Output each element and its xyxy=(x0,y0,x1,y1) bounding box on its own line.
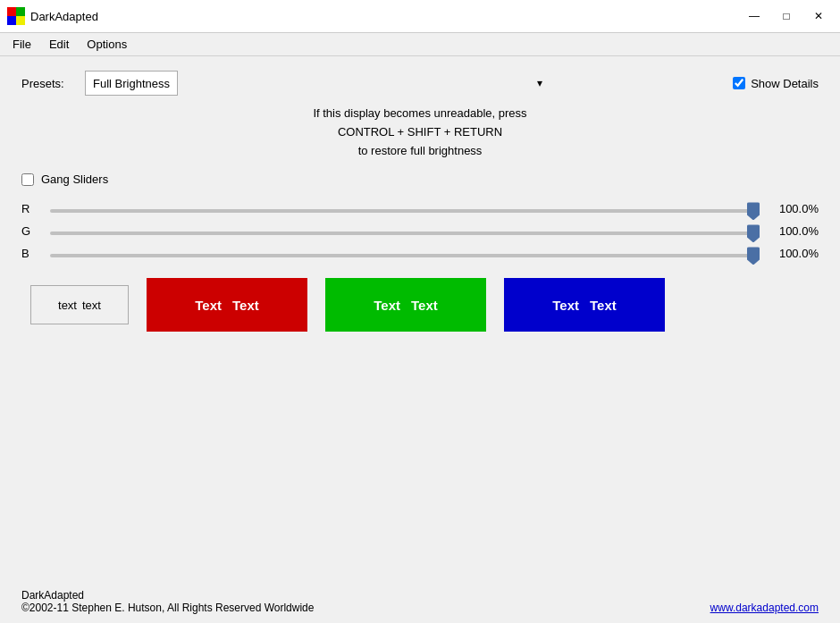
footer: DarkAdapted ©2002-11 Stephen E. Hutson, … xyxy=(0,585,840,623)
show-details-checkbox[interactable] xyxy=(733,77,745,89)
slider-input-r[interactable] xyxy=(50,209,760,213)
slider-wrapper-b xyxy=(50,247,760,260)
slider-label-b: B xyxy=(21,247,39,260)
presets-select-wrapper: Full Brightness Red Only Night Vision Cu… xyxy=(85,71,550,96)
green-button[interactable]: Text Text xyxy=(325,278,486,332)
gang-sliders-checkbox[interactable] xyxy=(21,173,34,186)
info-line3: to restore full brightness xyxy=(21,142,819,161)
show-details-text: Show Details xyxy=(751,77,819,90)
presets-dropdown[interactable]: Full Brightness Red Only Night Vision Cu… xyxy=(85,71,178,96)
slider-value-g: 100.0% xyxy=(770,224,819,238)
close-button[interactable]: ✕ xyxy=(804,5,833,27)
title-bar-left: DarkAdapted xyxy=(7,7,98,25)
menu-bar: File Edit Options xyxy=(0,33,840,56)
maximize-button[interactable]: □ xyxy=(772,5,801,27)
minimize-button[interactable]: — xyxy=(740,5,769,27)
slider-value-r: 100.0% xyxy=(770,202,819,215)
svg-rect-3 xyxy=(16,16,25,25)
menu-options[interactable]: Options xyxy=(78,35,136,54)
slider-label-r: R xyxy=(21,202,39,215)
blue-button[interactable]: Text Text xyxy=(504,278,665,332)
slider-value-b: 100.0% xyxy=(770,247,819,260)
slider-wrapper-g xyxy=(50,224,760,238)
app-icon xyxy=(7,7,25,25)
show-details-label[interactable]: Show Details xyxy=(733,77,819,90)
slider-wrapper-r xyxy=(50,202,760,215)
footer-line2: ©2002-11 Stephen E. Hutson, All Rights R… xyxy=(21,602,819,614)
main-content: Presets: Full Brightness Red Only Night … xyxy=(0,56,840,585)
slider-input-b[interactable] xyxy=(50,254,760,257)
gang-sliders-row: Gang Sliders xyxy=(21,173,819,186)
title-bar: DarkAdapted — □ ✕ xyxy=(0,0,840,33)
window-title: DarkAdapted xyxy=(30,10,98,23)
menu-edit[interactable]: Edit xyxy=(40,35,78,54)
slider-label-g: G xyxy=(21,224,39,238)
info-line2: CONTROL + SHIFT + RETURN xyxy=(21,123,819,142)
info-text: If this display becomes unreadable, pres… xyxy=(21,105,819,160)
svg-rect-0 xyxy=(7,7,16,16)
footer-copyright: ©2002-11 Stephen E. Hutson, All Rights R… xyxy=(21,602,314,614)
presets-label: Presets: xyxy=(21,77,71,90)
presets-row: Presets: Full Brightness Red Only Night … xyxy=(21,71,819,96)
slider-row-r: R 100.0% xyxy=(21,202,819,215)
text-text-button[interactable]: text text xyxy=(30,285,129,324)
footer-app-name: DarkAdapted xyxy=(21,589,819,602)
buttons-row: text text Text Text Text Text Text Text xyxy=(21,278,819,332)
slider-input-g[interactable] xyxy=(50,232,760,235)
slider-row-b: B 100.0% xyxy=(21,247,819,260)
footer-website-link[interactable]: www.darkadapted.com xyxy=(710,602,819,614)
menu-file[interactable]: File xyxy=(4,35,40,54)
slider-section: R 100.0% G 100.0% B 100.0% xyxy=(21,202,819,260)
svg-rect-1 xyxy=(16,7,25,16)
info-line1: If this display becomes unreadable, pres… xyxy=(21,105,819,123)
svg-rect-2 xyxy=(7,16,16,25)
gang-sliders-label: Gang Sliders xyxy=(41,173,108,186)
red-button[interactable]: Text Text xyxy=(147,278,307,332)
slider-row-g: G 100.0% xyxy=(21,224,819,238)
title-bar-controls: — □ ✕ xyxy=(740,5,833,27)
